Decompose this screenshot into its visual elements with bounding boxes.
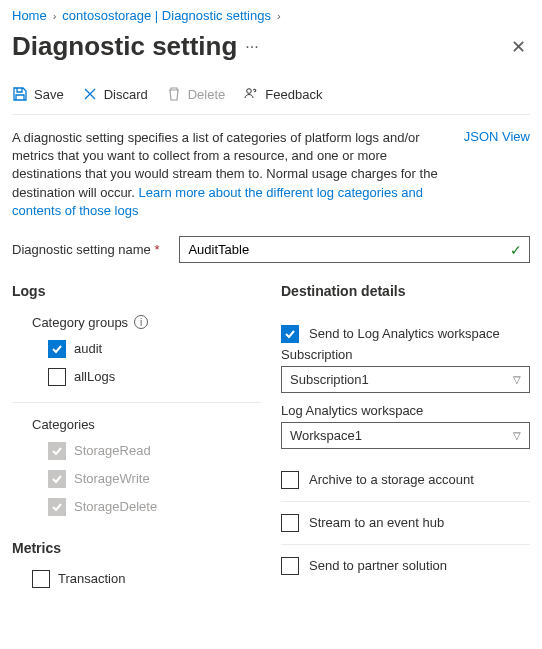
checkbox-transaction[interactable]: Transaction xyxy=(12,570,261,588)
checkbox-archive[interactable]: Archive to a storage account xyxy=(281,459,530,502)
json-view-link[interactable]: JSON View xyxy=(464,129,530,220)
checkbox-audit[interactable]: audit xyxy=(12,340,261,358)
workspace-select[interactable]: Workspace1 ▽ xyxy=(281,422,530,449)
info-icon[interactable]: i xyxy=(134,315,148,329)
chevron-down-icon: ▽ xyxy=(513,374,521,385)
workspace-label: Log Analytics workspace xyxy=(281,403,530,418)
delete-button: Delete xyxy=(166,86,226,102)
chevron-right-icon: › xyxy=(277,10,281,22)
save-label: Save xyxy=(34,87,64,102)
breadcrumb-home[interactable]: Home xyxy=(12,8,47,23)
checkbox-storagewrite: StorageWrite xyxy=(12,470,261,488)
close-icon[interactable]: ✕ xyxy=(507,32,530,62)
checkbox-alllogs[interactable]: allLogs xyxy=(12,368,261,386)
checkbox-storageread: StorageRead xyxy=(12,442,261,460)
delete-icon xyxy=(166,86,182,102)
checkbox-storagedelete: StorageDelete xyxy=(12,498,261,516)
toolbar: Save Discard Delete Feedback xyxy=(12,80,530,115)
delete-label: Delete xyxy=(188,87,226,102)
subscription-label: Subscription xyxy=(281,347,530,362)
breadcrumb-storage[interactable]: contosostorage | Diagnostic settings xyxy=(62,8,271,23)
svg-point-0 xyxy=(247,89,252,94)
feedback-label: Feedback xyxy=(265,87,322,102)
category-groups-label: Category groups i xyxy=(12,315,261,330)
checkbox-log-analytics[interactable]: Send to Log Analytics workspace xyxy=(281,313,530,347)
chevron-down-icon: ▽ xyxy=(513,430,521,441)
categories-label: Categories xyxy=(12,402,261,432)
chevron-right-icon: › xyxy=(53,10,57,22)
metrics-heading: Metrics xyxy=(12,540,261,556)
discard-button[interactable]: Discard xyxy=(82,86,148,102)
subscription-select[interactable]: Subscription1 ▽ xyxy=(281,366,530,393)
page-title: Diagnostic setting xyxy=(12,31,237,62)
discard-icon xyxy=(82,86,98,102)
more-icon[interactable]: ··· xyxy=(245,38,258,56)
discard-label: Discard xyxy=(104,87,148,102)
checkbox-partner[interactable]: Send to partner solution xyxy=(281,545,530,587)
feedback-icon xyxy=(243,86,259,102)
breadcrumb: Home › contosostorage | Diagnostic setti… xyxy=(12,8,530,23)
check-icon: ✓ xyxy=(510,242,522,258)
logs-heading: Logs xyxy=(12,283,261,299)
checkbox-eventhub[interactable]: Stream to an event hub xyxy=(281,502,530,545)
feedback-button[interactable]: Feedback xyxy=(243,86,322,102)
name-label: Diagnostic setting name * xyxy=(12,242,159,257)
name-input[interactable] xyxy=(179,236,530,263)
save-button[interactable]: Save xyxy=(12,86,64,102)
description: A diagnostic setting specifies a list of… xyxy=(12,129,450,220)
destination-heading: Destination details xyxy=(281,283,530,299)
save-icon xyxy=(12,86,28,102)
